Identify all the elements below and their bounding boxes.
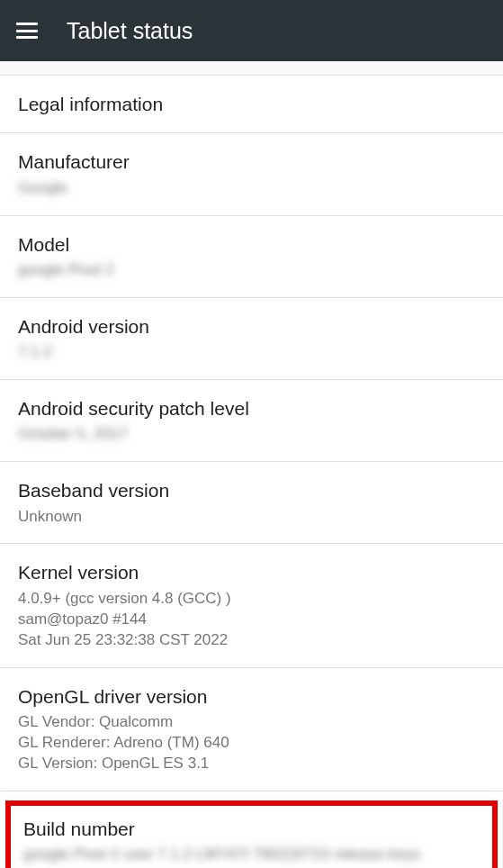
item-title: Build number <box>23 817 480 841</box>
item-build-number-highlighted[interactable]: Build number google Pixel 2 user 7.1.2 L… <box>5 800 498 868</box>
item-manufacturer[interactable]: Manufacturer Google <box>0 133 503 215</box>
item-opengl-driver[interactable]: OpenGL driver version GL Vendor: Qualcom… <box>0 668 503 791</box>
item-title: Android version <box>18 314 485 339</box>
item-title: OpenGL driver version <box>18 684 485 709</box>
item-model[interactable]: Model google Pixel 2 <box>0 216 503 298</box>
item-legal-information[interactable]: Legal information <box>0 76 503 133</box>
item-value: 4.0.9+ (gcc version 4.8 (GCC) ) sam@topa… <box>18 589 485 651</box>
page-title: Tablet status <box>67 18 193 44</box>
divider <box>0 61 503 76</box>
item-value: Unknown <box>18 507 485 528</box>
item-android-version[interactable]: Android version 7.1.2 <box>0 298 503 380</box>
item-value: GL Vendor: Qualcomm GL Renderer: Adreno … <box>18 712 485 774</box>
item-title: Kernel version <box>18 560 485 584</box>
item-baseband-version[interactable]: Baseband version Unknown <box>0 462 503 544</box>
item-kernel-version[interactable]: Kernel version 4.0.9+ (gcc version 4.8 (… <box>0 544 503 667</box>
app-header: Tablet status <box>0 0 503 61</box>
settings-list: Legal information Manufacturer Google Mo… <box>0 61 503 868</box>
item-value: google Pixel 2 <box>18 260 485 281</box>
item-value: October 5, 2017 <box>18 424 485 445</box>
item-title: Model <box>18 232 485 257</box>
item-value: Google <box>18 178 485 199</box>
item-value: google Pixel 2 user 7.1.2 LMY47I 7902207… <box>23 845 480 865</box>
hamburger-menu-icon[interactable] <box>16 23 38 39</box>
item-title: Baseband version <box>18 478 485 502</box>
item-title: Android security patch level <box>18 396 485 420</box>
item-security-patch[interactable]: Android security patch level October 5, … <box>0 380 503 462</box>
item-title: Manufacturer <box>18 149 485 174</box>
item-title: Legal information <box>18 92 485 116</box>
item-value: 7.1.2 <box>18 342 485 363</box>
